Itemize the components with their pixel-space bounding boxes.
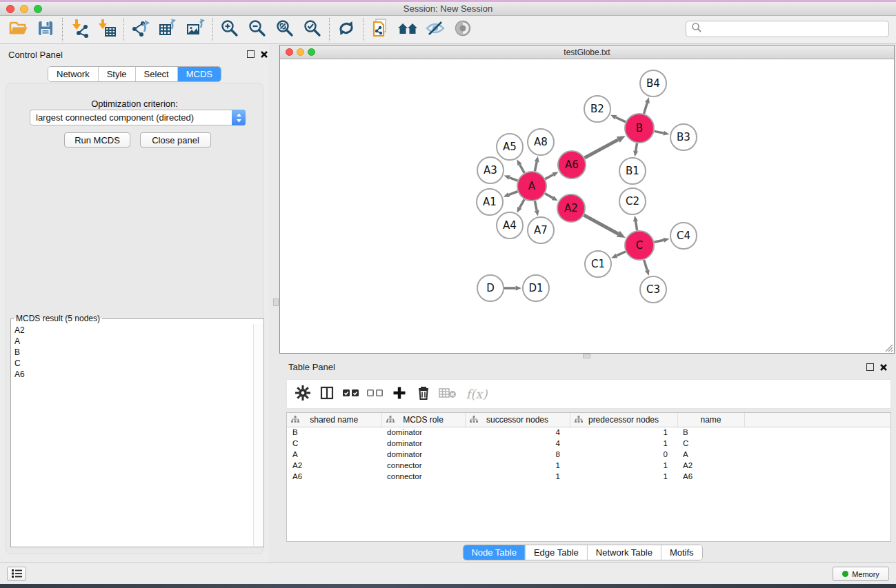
zoom-out-button[interactable] <box>243 18 271 41</box>
graph-edge[interactable] <box>545 172 558 179</box>
graph-node[interactable]: B1 <box>619 158 646 184</box>
graph-edge[interactable] <box>644 260 650 276</box>
show-columns-button[interactable] <box>318 385 336 403</box>
close-panel-button[interactable]: Close panel <box>140 132 211 148</box>
graph-node[interactable]: C4 <box>670 223 697 249</box>
graph-node[interactable]: D <box>477 275 504 301</box>
table-cell[interactable]: A2 <box>677 460 744 471</box>
save-session-button[interactable] <box>32 18 59 41</box>
divider-grip[interactable] <box>273 298 279 306</box>
table-cell[interactable]: 1 <box>465 460 570 471</box>
graph-node[interactable]: A3 <box>477 157 504 183</box>
zoom-window-button[interactable] <box>34 5 42 13</box>
window-resize-grip[interactable] <box>884 343 893 352</box>
table-cell[interactable]: C <box>677 438 744 449</box>
network-close-button[interactable] <box>286 48 293 56</box>
tab-network-table[interactable]: Network Table <box>587 545 661 560</box>
tab-select[interactable]: Select <box>135 67 177 81</box>
tab-motifs[interactable]: Motifs <box>661 545 702 560</box>
network-window-titlebar[interactable]: testGlobe.txt <box>280 45 894 59</box>
close-window-button[interactable] <box>6 5 14 13</box>
unselect-all-button[interactable] <box>366 385 384 403</box>
mcds-result-item[interactable]: A6 <box>12 369 253 380</box>
graph-node[interactable]: A5 <box>497 134 523 160</box>
table-cell[interactable]: 4 <box>465 427 570 438</box>
float-table-panel-icon[interactable] <box>866 363 874 371</box>
optimization-criterion-dropdown[interactable]: largest connected component (directed) <box>30 110 246 125</box>
table-cell[interactable]: 0 <box>570 449 677 460</box>
graph-node[interactable]: A1 <box>477 189 503 215</box>
table-cell[interactable]: B <box>287 427 381 438</box>
table-cell[interactable]: 1 <box>465 471 570 482</box>
graph-edge[interactable] <box>517 199 524 213</box>
graph-node[interactable]: A4 <box>497 212 523 239</box>
graph-edge[interactable] <box>654 238 669 243</box>
hide-style-button[interactable] <box>421 18 449 41</box>
close-panel-icon[interactable] <box>260 50 268 59</box>
table-row[interactable]: Bdominator41B <box>287 427 890 438</box>
graph-node[interactable]: C2 <box>619 188 646 214</box>
table-cell[interactable]: A2 <box>287 460 381 471</box>
graph-edge[interactable] <box>545 194 558 201</box>
mcds-result-scrollbar[interactable] <box>253 324 263 546</box>
zoom-fit-button[interactable] <box>271 18 299 41</box>
graph-edge[interactable] <box>644 97 649 114</box>
graph-edge[interactable] <box>535 201 539 216</box>
table-cell[interactable]: A <box>677 449 744 460</box>
tab-node-table[interactable]: Node Table <box>463 545 525 560</box>
graph-node[interactable]: A7 <box>528 217 554 243</box>
column-header-shared-name[interactable]: shared name <box>287 413 381 427</box>
table-row[interactable]: Cdominator41C <box>287 438 890 449</box>
search-input[interactable] <box>686 21 889 37</box>
graph-edge[interactable] <box>610 115 626 122</box>
import-table-button[interactable] <box>93 18 121 41</box>
table-cell[interactable]: 1 <box>570 427 677 438</box>
graph-node[interactable]: A2 <box>557 194 585 222</box>
table-row[interactable]: Adominator80A <box>287 449 890 460</box>
mcds-result-item[interactable]: B <box>12 347 253 358</box>
delete-column-button[interactable] <box>415 385 432 403</box>
table-options-button[interactable] <box>294 385 312 403</box>
open-session-button[interactable] <box>4 18 32 41</box>
export-image-button[interactable] <box>182 18 210 41</box>
table-cell[interactable]: A6 <box>677 471 744 482</box>
graph-edge[interactable] <box>504 192 518 197</box>
mcds-result-item[interactable]: A2 <box>12 325 253 336</box>
tab-edge-table[interactable]: Edge Table <box>525 545 587 560</box>
graph-node[interactable]: B2 <box>584 96 610 122</box>
table-cell[interactable]: connector <box>381 460 465 471</box>
graph-edge[interactable] <box>611 252 626 258</box>
select-all-button[interactable] <box>342 385 360 403</box>
graph-edge[interactable] <box>584 136 625 158</box>
graph-edge[interactable] <box>633 143 638 157</box>
graph-node[interactable]: B4 <box>640 70 666 97</box>
tab-network[interactable]: Network <box>48 67 98 81</box>
zoom-in-button[interactable] <box>216 18 243 41</box>
mcds-result-item[interactable]: A <box>12 336 253 347</box>
memory-button[interactable]: Memory <box>833 567 889 581</box>
column-header-mcds-role[interactable]: MCDS role <box>381 413 465 427</box>
graph-node[interactable]: B <box>625 114 654 143</box>
graph-node[interactable]: A6 <box>558 151 586 179</box>
table-cell[interactable]: 1 <box>570 438 677 449</box>
clone-network-button[interactable] <box>366 18 394 41</box>
divider-grip[interactable] <box>583 354 590 358</box>
minimize-window-button[interactable] <box>20 5 28 13</box>
graph-edge[interactable] <box>504 286 521 291</box>
network-minimize-button[interactable] <box>297 48 304 56</box>
zoom-selected-button[interactable] <box>299 18 326 41</box>
table-cell[interactable]: 4 <box>465 438 570 449</box>
column-header-successor-nodes[interactable]: successor nodes <box>465 413 570 427</box>
table-cell[interactable]: 1 <box>570 460 677 471</box>
show-all-button[interactable] <box>394 18 421 41</box>
create-column-button[interactable] <box>390 385 408 403</box>
mcds-result-list[interactable]: A2ABCA6 <box>12 325 253 546</box>
graph-node[interactable]: C <box>625 231 654 260</box>
export-table-button[interactable] <box>155 18 182 41</box>
task-history-button[interactable] <box>7 567 26 581</box>
table-row[interactable]: A6connector11A6 <box>287 471 890 482</box>
table-cell[interactable]: 1 <box>570 471 677 482</box>
network-zoom-button[interactable] <box>308 48 315 56</box>
run-mcds-button[interactable]: Run MCDS <box>64 132 130 148</box>
table-row[interactable]: A2connector11A2 <box>287 460 890 471</box>
